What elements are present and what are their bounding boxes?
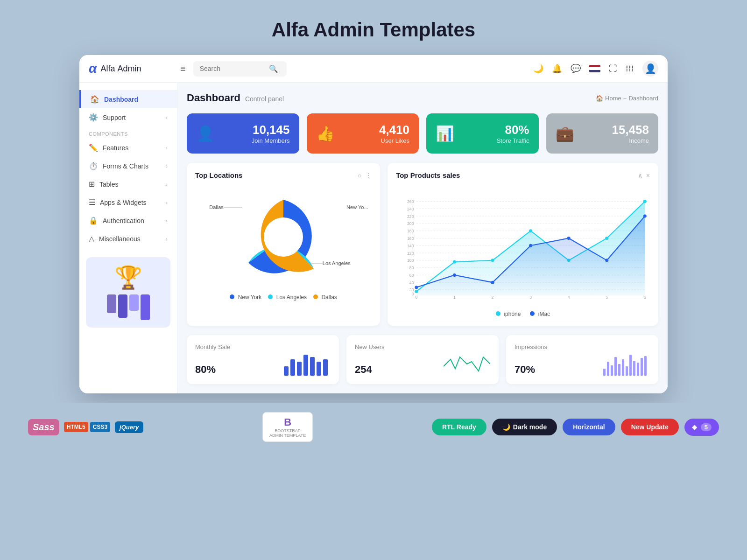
search-box[interactable]: 🔍 — [193, 61, 287, 77]
svg-text:5: 5 — [606, 295, 608, 300]
svg-text:0: 0 — [416, 295, 418, 300]
svg-text:180: 180 — [407, 229, 414, 233]
impressions-label: Impressions — [514, 343, 650, 350]
jquery-logo: jQuery — [115, 421, 143, 433]
content-header-left: Dashboard Control panel — [187, 92, 284, 104]
search-input[interactable] — [200, 65, 265, 72]
sidebar-item-forms-charts[interactable]: ⏱️ Forms & Charts › — [79, 157, 177, 175]
stat-info-likes: 4,410 User Likes — [379, 123, 409, 144]
svg-point-44 — [415, 286, 418, 289]
circle-action-icon[interactable]: ○ — [358, 172, 361, 179]
mini-stat-users: New Users 254 — [346, 335, 499, 384]
layers-icon: ◈ — [692, 423, 697, 431]
svg-rect-64 — [626, 366, 628, 376]
dark-mode-icon[interactable]: 🌙 — [533, 63, 543, 74]
browser-window: α Alfa Admin ≡ 🔍 🌙 🔔 💬 ⛶ ⁞⁞⁞ 👤 🏠 Da — [79, 55, 668, 393]
settings-icon[interactable]: ⁞⁞⁞ — [626, 63, 634, 74]
top-products-header: Top Products sales ∧ × — [396, 171, 650, 179]
sidebar-item-apps-widgets[interactable]: ☰ Apps & Widgets › — [79, 193, 177, 211]
tables-icon: ⊞ — [89, 180, 95, 189]
avatar[interactable]: 👤 — [642, 61, 658, 77]
stat-card-income: 💼 15,458 Income — [546, 113, 659, 154]
main-content: Dashboard Control panel 🏠 Home − Dashboa… — [177, 83, 668, 393]
svg-rect-51 — [284, 366, 289, 376]
svg-point-43 — [643, 200, 647, 203]
hamburger-icon[interactable]: ≡ — [180, 63, 186, 74]
svg-point-48 — [567, 237, 571, 240]
products-legend: iphone iMac — [396, 311, 650, 317]
svg-rect-58 — [603, 369, 606, 376]
svg-rect-55 — [310, 357, 315, 376]
svg-text:120: 120 — [407, 251, 414, 256]
donut-chart: Dallas New Yo... Los Angeles — [195, 186, 372, 288]
product-chart-actions: ∧ × — [638, 172, 650, 179]
members-icon: 👤 — [196, 125, 215, 142]
breadcrumb-home: Home — [605, 95, 621, 102]
charts-row: Top Locations ○ ⋮ — [187, 163, 658, 326]
svg-rect-63 — [622, 359, 624, 376]
svg-rect-60 — [611, 365, 613, 376]
sidebar-item-features[interactable]: ✏️ Features › — [79, 139, 177, 157]
mini-stat-impressions: Impressions 70% — [506, 335, 658, 384]
auth-icon: 🔒 — [89, 216, 98, 225]
fullscreen-icon[interactable]: ⛶ — [609, 64, 617, 74]
horizontal-badge[interactable]: Horizontal — [563, 419, 615, 435]
svg-text:4: 4 — [568, 295, 570, 300]
svg-point-50 — [643, 215, 647, 218]
sidebar-item-dashboard-label: Dashboard — [104, 96, 138, 103]
stat-value-traffic: 80% — [497, 123, 529, 137]
svg-text:60: 60 — [409, 273, 414, 278]
sidebar-promo: 🏆 — [86, 257, 170, 328]
sidebar-item-tables[interactable]: ⊞ Tables › — [79, 175, 177, 193]
footer-logos: Sass HTML5 CSS3 jQuery — [28, 419, 143, 435]
mini-stat-monthly: Monthly Sale 80% — [187, 335, 339, 384]
stat-info-traffic: 80% Store Traffic — [497, 123, 529, 144]
svg-text:2: 2 — [492, 295, 494, 300]
svg-text:220: 220 — [407, 214, 414, 219]
footer: Sass HTML5 CSS3 jQuery B BOOTSTRAP ADMIN… — [0, 403, 747, 451]
svg-rect-66 — [633, 361, 635, 376]
users-chart — [444, 352, 490, 376]
flag-icon[interactable] — [589, 65, 600, 72]
chart-actions: ○ ⋮ — [358, 172, 372, 179]
badge-count: 5 — [701, 423, 712, 431]
rtl-ready-badge[interactable]: RTL Ready — [432, 419, 486, 435]
sidebar-item-authentication[interactable]: 🔒 Authentication › — [79, 211, 177, 230]
css3-logo: CSS3 — [90, 422, 110, 432]
bottom-stats: Monthly Sale 80% — [187, 335, 658, 384]
stat-label-members: Join Members — [252, 137, 290, 144]
line-chart: 260 240 220 200 180 160 140 120 100 80 6 — [396, 186, 650, 307]
stat-value-members: 10,145 — [252, 123, 290, 137]
sidebar-item-support-label: Support — [103, 114, 126, 121]
chevron-up-icon[interactable]: ∧ — [638, 172, 642, 179]
svg-text:200: 200 — [407, 221, 414, 226]
dallas-label: Dallas — [209, 204, 242, 210]
newyork-dot — [230, 294, 234, 299]
sidebar-item-support[interactable]: ⚙️ Support › — [79, 108, 177, 126]
stat-value-likes: 4,410 — [379, 123, 409, 137]
chevron-right-icon-6: › — [166, 218, 168, 224]
count-badge[interactable]: ◈ 5 — [684, 419, 719, 436]
svg-text:140: 140 — [407, 244, 414, 248]
new-update-badge[interactable]: New Update — [621, 419, 679, 435]
notification-icon[interactable]: 🔔 — [552, 63, 562, 74]
chat-icon[interactable]: 💬 — [571, 63, 581, 74]
line-chart-svg: 260 240 220 200 180 160 140 120 100 80 6 — [396, 186, 650, 307]
sidebar-item-miscellaneous[interactable]: △ Miscellaneous › — [79, 230, 177, 248]
svg-point-46 — [491, 281, 494, 284]
svg-text:3: 3 — [529, 295, 532, 300]
breadcrumb-separator: − — [623, 95, 627, 102]
content-header: Dashboard Control panel 🏠 Home − Dashboa… — [187, 92, 658, 104]
dots-action-icon[interactable]: ⋮ — [365, 172, 372, 179]
dark-mode-badge[interactable]: 🌙 Dark mode — [492, 419, 557, 435]
svg-point-45 — [453, 273, 456, 277]
monthly-label: Monthly Sale — [195, 343, 331, 350]
sidebar-item-dashboard[interactable]: 🏠 Dashboard — [79, 90, 177, 108]
legend-dallas: Dallas — [313, 294, 337, 301]
close-icon[interactable]: × — [646, 172, 650, 179]
chevron-right-icon-2: › — [166, 145, 168, 151]
logo-area: α Alfa Admin — [89, 61, 173, 76]
content-subtitle: Control panel — [245, 95, 284, 103]
moon-icon: 🌙 — [502, 423, 510, 431]
stats-grid: 👤 10,145 Join Members 👍 4,410 User Likes… — [187, 113, 658, 154]
